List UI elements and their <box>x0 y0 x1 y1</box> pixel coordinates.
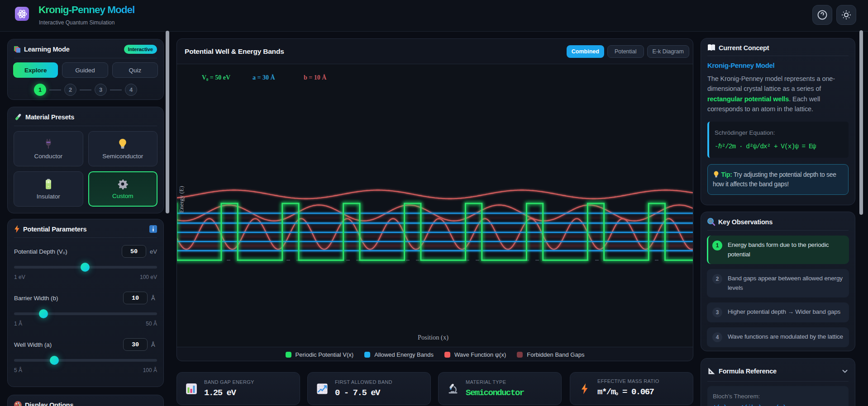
svg-text:Energy (E): Energy (E) <box>178 186 185 212</box>
svg-text:b = 10 Å: b = 10 Å <box>304 74 327 81</box>
svg-text:Position (x): Position (x) <box>418 334 448 341</box>
svg-text:V₀ = 50 eV: V₀ = 50 eV <box>202 74 230 81</box>
svg-text:a = 30 Å: a = 30 Å <box>253 74 275 81</box>
